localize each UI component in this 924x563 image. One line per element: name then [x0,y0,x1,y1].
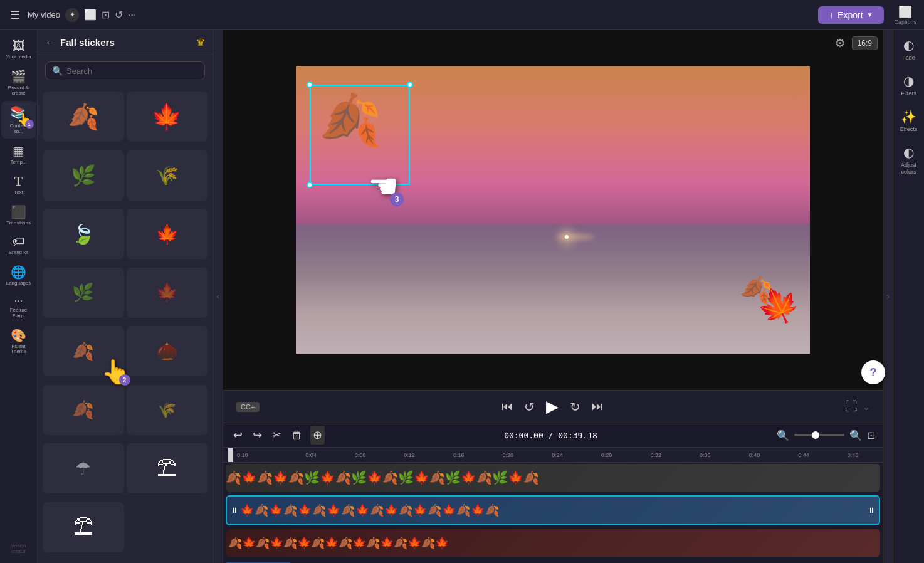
sidebar-label-languages: Languages [6,281,31,287]
sidebar-item-transitions[interactable]: ⬛ Transitions [1,201,36,230]
sticker-cell-9[interactable]: 🌰 [127,326,208,376]
sidebar-label-templates: Temp... [10,160,26,166]
cc-button[interactable]: CC+ [236,402,260,412]
track-pause-icon: ⏸ [231,506,238,515]
video-canvas: 🍂 ☚ 3 🍁 🍂 [296,66,810,354]
handle-bl[interactable] [307,182,313,188]
sidebar-label-text: Text [14,190,23,196]
ruler-mark-0: 0:10 [236,452,286,458]
cut-button[interactable]: ✂ [270,426,284,445]
sidebar-item-templates[interactable]: ▦ Temp... [1,140,36,169]
right-panel-item-filters[interactable]: ◑ Filters [901,73,916,97]
sticker-cell-3[interactable]: 🌾 [127,150,208,201]
fullscreen-button[interactable]: ⛶ [845,399,858,414]
sidebar-item-content[interactable]: 📚 👆 1 Contentlib... [1,101,36,139]
redo-button[interactable]: ↪ [250,426,265,445]
sidebar-item-media[interactable]: 🖼 Your media [1,35,36,64]
sticker-cell-7[interactable]: 🍁 [127,268,208,318]
text-icon: T [14,174,23,189]
zoom-in-button[interactable]: 🔍 [849,429,862,441]
aspect-ratio-badge[interactable]: 16:9 [852,36,878,50]
right-panel-item-fade[interactable]: ◐ Fade [902,38,915,61]
menu-icon[interactable]: ☰ [8,6,23,24]
sticker-leaf-5: 🍃 [71,223,95,245]
record-icon: 🎬 [11,69,26,84]
sticker-leaf-4: 🌾 [155,164,179,186]
sticker-umbrella-3: ⛱ [73,515,93,539]
left-sidebar: 🖼 Your media 🎬 Record & create 📚 👆 1 Con… [0,30,38,563]
sticker-leaf-10: 🍂 [72,399,94,420]
undo-button[interactable]: ↩ [231,426,245,445]
adjust-icon: ◐ [903,145,914,160]
content-icon-wrapper: 📚 👆 1 [10,105,28,122]
export-button[interactable]: ↑ Export ▼ [818,6,884,24]
sidebar-label-media: Your media [6,55,31,60]
version-label: Versionccfd61f [11,544,26,554]
track-content-main-video[interactable]: ⏸ 🍁🍂🍁🍂🍁🍂🍁🍂🍁🍂🍁🍂🍁🍂🍁🍂🍁🍂 ⏸ [226,495,880,525]
canvas-sticker-br2[interactable]: 🍂 [738,272,774,307]
export-dropdown-icon: ▼ [867,11,873,18]
right-panel-item-effects[interactable]: ✨ Effects [900,109,917,132]
sidebar-item-languages[interactable]: 🌐 Languages [1,261,36,290]
track-content-stickers-top[interactable]: 🍂🍁🍂🍁🍂🌿🍁🍂🌿🍁🍂🌿🍁🍂🌿🍁🍂🌿🍁🍂 [226,464,880,492]
right-collapse-handle[interactable]: › [883,30,893,563]
sidebar-label-brandkit: Brand kit [9,250,29,256]
ruler-mark-11: 0:44 [779,452,829,458]
settings-icon[interactable]: ⚙ [835,36,845,50]
sidebar-item-fluent[interactable]: 🎨 FluentTheme [1,324,36,359]
sticker-acorn: 🌰 [156,341,178,362]
handle-tr[interactable] [407,82,413,88]
resize-icon[interactable]: ⊡ [102,9,110,21]
more-icon[interactable]: ··· [128,9,136,21]
fade-label: Fade [902,55,915,61]
player-left-controls: CC+ [236,402,260,412]
sticker-cell-13[interactable]: ⛱ [127,443,208,493]
sticker-cell-8[interactable]: 🍂 👆 2 [43,326,124,376]
sidebar-item-text[interactable]: T Text [1,171,36,199]
sticker-cell-12[interactable]: ☂ [43,443,124,493]
sticker-cell-2[interactable]: 🌿 [43,150,124,201]
sticker-cell-4[interactable]: 🍃 [43,209,124,259]
sticker-cell-5[interactable]: 🍁 [127,209,208,259]
search-input[interactable] [66,66,198,76]
sticker-cell-14[interactable]: ⛱ [43,502,124,552]
player-right-controls: ⛶ ⌄ [845,399,870,414]
zoom-slider-thumb[interactable] [812,431,819,439]
track-content-audio[interactable]: 🍂🍁🍂🍁🍂🍁🍂🍁🍂🍁🍂🍁🍂🍁🍂🍁 [226,529,880,557]
delete-button[interactable]: 🗑 [289,426,305,445]
sticker-cell-6[interactable]: 🌿 [43,268,124,318]
sidebar-item-record[interactable]: 🎬 Record & create [1,65,36,100]
sticker-cell-0[interactable]: 🍂 [43,92,124,142]
add-clip-button[interactable]: ⊕ [310,426,325,445]
player-center-controls: ⏮ ↺ ▶ ↻ ⏭ [501,397,603,416]
crop-icon[interactable]: ⬜ [84,9,97,21]
sticker-cell-1[interactable]: 🍁 [127,92,208,142]
rewind-button[interactable]: ↺ [524,399,535,414]
sidebar-item-version: Versionccfd61f [1,540,36,558]
zoom-out-button[interactable]: 🔍 [777,429,789,441]
skip-back-button[interactable]: ⏮ [501,400,513,413]
right-panel-item-adjust[interactable]: ◐ Adjustcolors [901,145,916,176]
sidebar-item-features[interactable]: ··· FeatureFlags [1,292,36,323]
help-button[interactable]: ? [861,360,885,384]
sticker-cell-11[interactable]: 🌾 [127,385,208,435]
right-panel: ◐ Fade ◑ Filters ✨ Effects ◐ Adjustcolor… [893,30,924,563]
panel-collapse-handle[interactable]: ‹ [213,30,223,563]
canvas-sticker-selected[interactable]: 🍂 [310,85,410,185]
panel-back-icon[interactable]: ← [45,37,55,48]
rotate-icon[interactable]: ↺ [115,9,123,21]
ruler-mark-1: 0:04 [286,452,336,458]
play-button[interactable]: ▶ [546,397,559,416]
sidebar-item-brandkit[interactable]: 🏷 Brand kit [1,231,36,260]
ruler-mark-2: 0:08 [335,452,385,458]
sticker-leaf-2: 🍁 [151,102,182,132]
forward-button[interactable]: ↻ [570,399,580,414]
fit-timeline-button[interactable]: ⊡ [867,429,875,441]
skip-fwd-button[interactable]: ⏭ [592,400,603,413]
filters-icon: ◑ [903,73,914,88]
chevron-down-icon[interactable]: ⌄ [863,402,870,412]
effects-label: Effects [900,126,917,132]
sticker-cell-10[interactable]: 🍂 [43,385,124,435]
sticker-grid: 🍂 🍁 🌿 🌾 🍃 🍁 🌿 � [38,87,213,563]
handle-tl[interactable] [307,82,313,88]
